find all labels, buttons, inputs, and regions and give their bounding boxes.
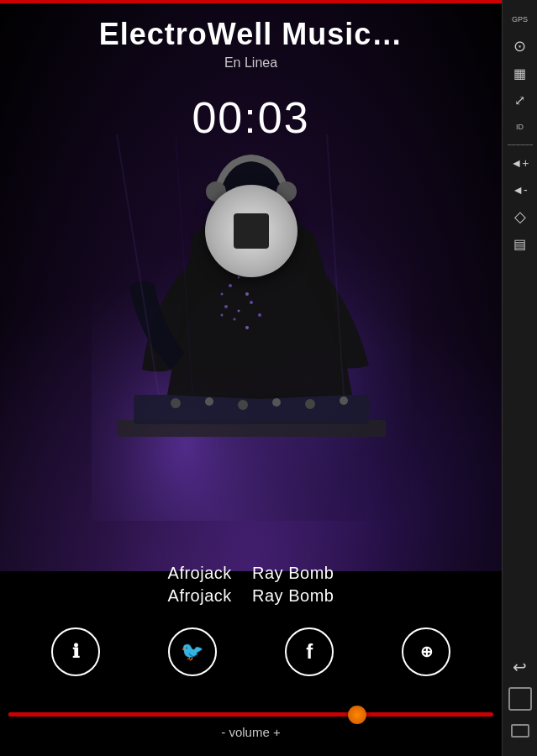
svg-point-23 bbox=[258, 313, 261, 317]
station-title: ElectroWell Music… bbox=[0, 17, 502, 52]
stop-icon bbox=[234, 213, 269, 249]
target-icon[interactable]: ⊙ bbox=[505, 34, 535, 59]
svg-point-21 bbox=[245, 326, 249, 329]
svg-point-13 bbox=[229, 284, 232, 287]
volume-down-icon[interactable]: ◄- bbox=[505, 177, 535, 202]
volume-label: - volume + bbox=[0, 725, 502, 739]
track-line-2: Afrojack Ray Bomb bbox=[0, 586, 502, 606]
track-song-2: Ray Bomb bbox=[252, 586, 334, 605]
gps-icon[interactable]: GPS bbox=[505, 7, 535, 32]
timer-display: 00:03 bbox=[0, 92, 502, 143]
home-nav-button[interactable] bbox=[508, 687, 532, 711]
svg-point-22 bbox=[220, 314, 223, 317]
back-nav-button[interactable]: ↩ bbox=[505, 652, 535, 682]
track-info: Afrojack Ray Bomb Afrojack Ray Bomb bbox=[0, 564, 502, 609]
svg-point-4 bbox=[171, 398, 181, 408]
volume-slider[interactable] bbox=[8, 712, 493, 717]
twitter-button[interactable]: 🐦 bbox=[168, 627, 217, 676]
station-status: En Linea bbox=[0, 55, 502, 71]
stop-button[interactable] bbox=[205, 185, 297, 277]
menu-icon: ⊕ bbox=[420, 643, 433, 661]
svg-point-19 bbox=[250, 301, 253, 304]
track-line-1: Afrojack Ray Bomb bbox=[0, 564, 502, 583]
stop-button-wrapper[interactable] bbox=[205, 185, 297, 277]
social-row: ℹ 🐦 f ⊕ bbox=[0, 627, 502, 676]
menu-button[interactable]: ⊕ bbox=[402, 627, 450, 676]
info-icon: ℹ bbox=[72, 641, 79, 663]
svg-point-8 bbox=[305, 399, 315, 409]
expand-icon[interactable]: ⤢ bbox=[505, 87, 535, 113]
top-red-bar bbox=[0, 0, 502, 3]
facebook-icon: f bbox=[306, 640, 313, 664]
svg-point-17 bbox=[224, 305, 228, 308]
volume-thumb[interactable] bbox=[348, 706, 366, 724]
volume-up-icon[interactable]: ◄+ bbox=[505, 150, 535, 176]
facebook-button[interactable]: f bbox=[285, 627, 334, 676]
twitter-icon: 🐦 bbox=[181, 641, 203, 663]
volume-fill bbox=[8, 712, 357, 717]
sidebar-divider bbox=[508, 144, 533, 145]
grid-icon[interactable]: ▤ bbox=[505, 231, 535, 256]
svg-point-20 bbox=[233, 318, 235, 321]
info-button[interactable]: ℹ bbox=[51, 627, 100, 676]
header: ElectroWell Music… En Linea bbox=[0, 17, 502, 71]
svg-point-15 bbox=[245, 292, 249, 296]
svg-point-5 bbox=[205, 397, 213, 406]
track-artist-1: Afrojack bbox=[168, 564, 232, 582]
background-scene bbox=[0, 0, 502, 571]
svg-point-7 bbox=[272, 398, 281, 407]
recents-nav-button[interactable] bbox=[505, 716, 535, 746]
track-song-1: Ray Bomb bbox=[252, 564, 334, 582]
id-icon[interactable]: ID bbox=[505, 114, 535, 139]
svg-point-6 bbox=[238, 400, 248, 410]
rotate-icon[interactable]: ◇ bbox=[505, 204, 535, 229]
camera-icon[interactable]: ▦ bbox=[505, 60, 535, 86]
track-artist-2: Afrojack bbox=[168, 586, 232, 605]
svg-point-9 bbox=[340, 396, 348, 405]
svg-rect-3 bbox=[134, 395, 369, 424]
svg-point-18 bbox=[237, 310, 240, 312]
sidebar: GPS ⊙ ▦ ⤢ ID ◄+ ◄- ◇ ▤ ↩ bbox=[502, 0, 537, 756]
svg-point-16 bbox=[220, 293, 223, 296]
timer-text: 00:03 bbox=[192, 93, 309, 142]
volume-section: - volume + bbox=[0, 712, 502, 739]
main-area: ElectroWell Music… En Linea 00:03 Afroja… bbox=[0, 0, 502, 756]
